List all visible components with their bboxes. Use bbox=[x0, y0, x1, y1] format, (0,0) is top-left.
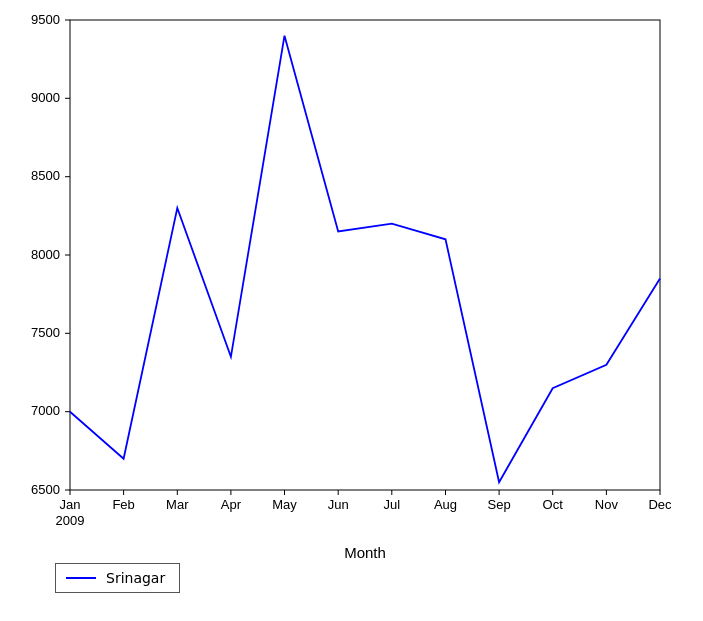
legend-box: Srinagar bbox=[55, 563, 180, 593]
chart-container: 9500 9000 8500 8000 7500 7000 6500 Ja bbox=[0, 0, 703, 621]
y-tick-7000: 7000 bbox=[31, 403, 60, 418]
legend-label-srinagar: Srinagar bbox=[106, 570, 165, 586]
y-tick-9000: 9000 bbox=[31, 90, 60, 105]
chart-svg: 9500 9000 8500 8000 7500 7000 6500 Ja bbox=[0, 0, 703, 621]
x-tick-aug: Aug bbox=[434, 497, 457, 512]
x-axis-label: Month bbox=[344, 544, 386, 561]
x-tick-may: May bbox=[272, 497, 297, 512]
x-tick-feb: Feb bbox=[112, 497, 134, 512]
x-tick-jan: Jan bbox=[60, 497, 81, 512]
x-tick-nov: Nov bbox=[595, 497, 619, 512]
y-tick-9500: 9500 bbox=[31, 12, 60, 27]
x-tick-oct: Oct bbox=[543, 497, 564, 512]
x-tick-apr: Apr bbox=[221, 497, 242, 512]
x-tick-jul: Jul bbox=[383, 497, 400, 512]
y-tick-8000: 8000 bbox=[31, 247, 60, 262]
y-tick-6500: 6500 bbox=[31, 482, 60, 497]
x-tick-jun: Jun bbox=[328, 497, 349, 512]
legend-line-srinagar bbox=[66, 577, 96, 579]
year-note: 2009 bbox=[56, 513, 85, 528]
x-tick-dec: Dec bbox=[648, 497, 672, 512]
x-tick-sep: Sep bbox=[488, 497, 511, 512]
svg-rect-1 bbox=[70, 20, 660, 490]
x-tick-mar: Mar bbox=[166, 497, 189, 512]
y-tick-7500: 7500 bbox=[31, 325, 60, 340]
y-tick-8500: 8500 bbox=[31, 168, 60, 183]
